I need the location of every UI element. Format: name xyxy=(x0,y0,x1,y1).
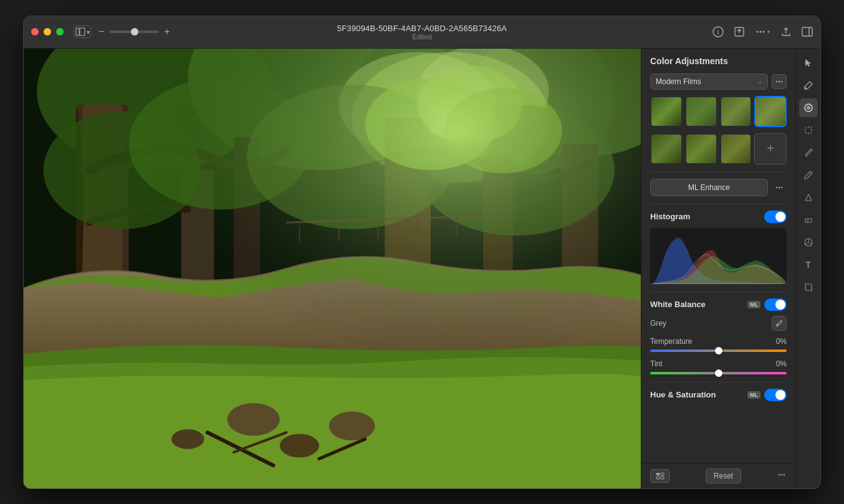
preset-thumb-5[interactable] xyxy=(650,133,683,164)
shape-tool-button[interactable] xyxy=(799,188,818,207)
wb-toggle-knob xyxy=(775,300,785,310)
svg-rect-10 xyxy=(802,27,812,36)
ml-enhance-button[interactable]: ML Enhance xyxy=(650,179,768,196)
temperature-label: Temperature xyxy=(650,337,692,346)
svg-point-61 xyxy=(780,473,782,475)
preset-thumb-4[interactable] xyxy=(754,96,787,127)
white-balance-label: White Balance xyxy=(650,300,706,309)
svg-point-51 xyxy=(776,186,777,188)
svg-point-52 xyxy=(779,186,780,188)
titlebar-right-controls: i ▾ xyxy=(712,26,813,37)
tint-value: 0% xyxy=(776,359,787,368)
chevron-down-icon: ⌄ xyxy=(757,78,762,85)
preset-select[interactable]: Modern Films ⌄ xyxy=(650,74,768,90)
ml-enhance-more-button[interactable] xyxy=(772,180,787,195)
divider-2 xyxy=(650,204,787,204)
eraser-tool-button[interactable] xyxy=(799,211,818,229)
reset-button[interactable]: Reset xyxy=(706,468,741,483)
svg-rect-57 xyxy=(661,473,664,475)
eyedropper-button[interactable] xyxy=(772,316,787,331)
svg-text:i: i xyxy=(717,28,719,36)
hs-toggle-knob xyxy=(775,390,785,400)
minimize-button[interactable] xyxy=(44,28,51,36)
histogram-toggle[interactable] xyxy=(764,211,787,223)
grid-view-button[interactable] xyxy=(650,469,670,483)
white-balance-toggle[interactable] xyxy=(764,298,787,311)
temperature-thumb[interactable] xyxy=(715,347,722,354)
svg-point-7 xyxy=(760,31,762,33)
svg-rect-58 xyxy=(656,477,659,479)
hue-saturation-toggle[interactable] xyxy=(764,389,787,401)
tint-thumb[interactable] xyxy=(715,369,722,377)
text-icon: T xyxy=(805,260,811,270)
maximize-button[interactable] xyxy=(56,28,64,36)
export-button[interactable] xyxy=(734,26,745,37)
hs-ml-badge: ML xyxy=(747,391,760,399)
preset-thumb-6[interactable] xyxy=(685,133,717,164)
svg-line-71 xyxy=(810,132,812,133)
grey-row: Grey xyxy=(650,316,787,331)
wb-ml-badge: ML xyxy=(747,301,760,308)
preset-thumb-2[interactable] xyxy=(685,96,717,127)
right-panel: Color Adjustments Modern Films ⌄ xyxy=(641,49,795,488)
upload-button[interactable] xyxy=(780,26,792,37)
titlebar-center: 5F39094B-50BF-4AB7-A0BD-2A565B73426A Edi… xyxy=(337,24,507,40)
divider-4 xyxy=(650,382,787,383)
text-tool-button[interactable]: T xyxy=(799,255,818,274)
close-button[interactable] xyxy=(31,28,39,36)
photo-area xyxy=(24,49,641,488)
pen-tool-button[interactable] xyxy=(799,166,818,184)
histogram-toggle-knob xyxy=(775,212,785,222)
preset-more-button[interactable] xyxy=(772,74,787,89)
zoom-in-button[interactable]: + xyxy=(161,25,172,39)
svg-rect-38 xyxy=(24,49,641,488)
histogram-header: Histogram xyxy=(650,211,787,223)
svg-point-50 xyxy=(781,80,782,82)
window-subtitle: Edited xyxy=(337,33,507,40)
tint-track[interactable] xyxy=(650,372,787,374)
bottom-more-button[interactable] xyxy=(777,470,787,482)
titlebar-left-controls: ▾ − + xyxy=(74,25,173,39)
grey-label: Grey xyxy=(650,319,666,328)
titlebar: ▾ − + 5F39094B-50BF-4AB7-A0BD-2A565B7342… xyxy=(24,16,820,49)
preset-grid-row2: + xyxy=(650,133,787,164)
color-adjustment-tool-button[interactable] xyxy=(799,98,818,117)
info-button[interactable]: i xyxy=(712,26,724,37)
view-controls xyxy=(650,469,670,483)
preset-thumb-7[interactable] xyxy=(720,133,752,164)
temperature-track[interactable] xyxy=(650,349,787,352)
svg-line-74 xyxy=(809,173,811,174)
preset-thumb-3[interactable] xyxy=(720,96,752,127)
histogram-label: Histogram xyxy=(650,212,690,221)
preset-thumb-1[interactable] xyxy=(650,96,683,127)
zoom-slider[interactable] xyxy=(109,31,159,33)
more-button[interactable]: ▾ xyxy=(755,26,770,37)
divider-3 xyxy=(650,292,787,292)
svg-rect-59 xyxy=(661,477,664,479)
preset-add-button[interactable]: + xyxy=(754,133,787,164)
select-tool-button[interactable] xyxy=(799,54,818,72)
svg-rect-0 xyxy=(76,28,79,36)
color-wheel-button[interactable] xyxy=(799,233,818,252)
preset-select-label: Modern Films xyxy=(656,77,701,86)
svg-line-70 xyxy=(805,127,807,128)
svg-point-60 xyxy=(778,473,780,475)
zoom-out-button[interactable]: − xyxy=(96,25,107,39)
main-window: ▾ − + 5F39094B-50BF-4AB7-A0BD-2A565B7342… xyxy=(23,16,821,489)
hue-saturation-header: Hue & Saturation ML xyxy=(650,389,787,401)
svg-point-48 xyxy=(776,80,777,82)
eyedropper-tool-button[interactable] xyxy=(799,76,818,95)
hue-saturation-label: Hue & Saturation xyxy=(650,390,716,399)
brush-tool-button[interactable] xyxy=(799,143,818,162)
magic-wand-tool-button[interactable] xyxy=(799,121,818,140)
svg-point-53 xyxy=(781,186,782,188)
divider-1 xyxy=(650,172,787,173)
tint-slider-row: Tint 0% xyxy=(650,359,787,374)
preset-grid-row1 xyxy=(650,96,787,127)
window-title: 5F39094B-50BF-4AB7-A0BD-2A565B73426A xyxy=(337,24,507,33)
tint-label: Tint xyxy=(650,359,663,368)
sidebar-toggle-button[interactable]: ▾ xyxy=(74,26,91,38)
ml-enhance-label: ML Enhance xyxy=(688,183,730,192)
panel-toggle-button[interactable] xyxy=(802,26,813,37)
crop-tool-button[interactable] xyxy=(799,278,818,297)
